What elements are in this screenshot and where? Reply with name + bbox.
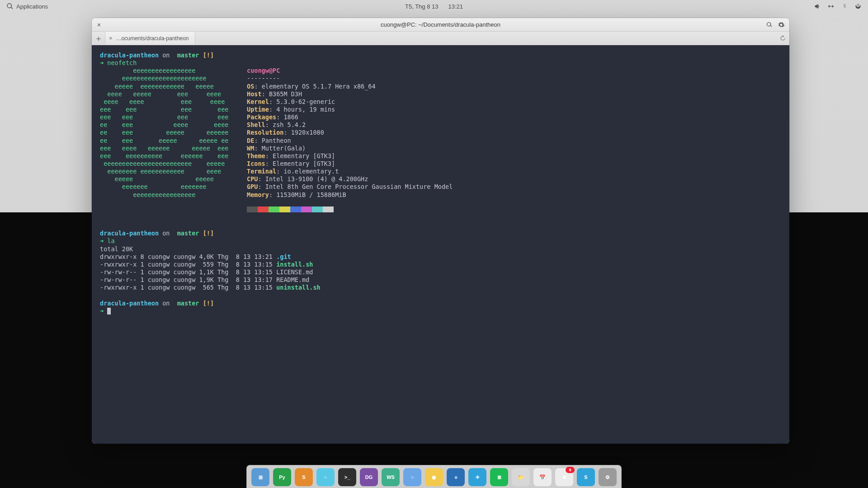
top-panel: Applications T5, Thg 8 13 13:21 [0,0,868,13]
dock-app-vscode[interactable]: ⟡ [447,468,465,486]
dock-app-pycharm[interactable]: Py [273,468,291,486]
tab-label: …ocuments/dracula-pantheon [116,35,189,42]
dock-app-spotify[interactable]: ≣ [490,468,508,486]
terminal-window: × cuongw@PC: ~/Documents/dracula-pantheo… [92,18,789,444]
window-close-button[interactable]: × [95,21,103,28]
dock-app-webstorm[interactable]: WS [382,468,400,486]
dock-app-epiphany[interactable]: ○ [403,468,421,486]
panel-time: 13:21 [448,3,463,10]
dock-app-datagrip[interactable]: DG [360,468,378,486]
tab-current[interactable]: × …ocuments/dracula-pantheon [105,32,195,45]
search-icon [6,3,14,10]
search-in-terminal-icon[interactable] [766,21,773,28]
dock-app-chrome[interactable]: ◉ [425,468,443,486]
tab-close-icon[interactable]: × [109,35,113,42]
network-icon[interactable] [827,3,835,10]
dock-app-web[interactable]: ○ [316,468,335,486]
tabbar: ＋ × …ocuments/dracula-pantheon [92,32,789,45]
dock-app-multitasking[interactable]: ⊞ [251,468,269,486]
dock-app-telegram[interactable]: ✈ [468,468,486,486]
terminal-output[interactable]: dracula-pantheon on master [!] ➜ neofetc… [92,45,789,444]
dock-app-sublime[interactable]: S [295,468,313,486]
panel-date: T5, Thg 8 13 [405,3,438,10]
new-tab-button[interactable]: ＋ [92,32,105,45]
applications-menu[interactable]: Applications [6,3,48,10]
sound-icon[interactable] [814,3,821,10]
window-title: cuongw@PC: ~/Documents/dracula-pantheon [92,21,789,28]
bluetooth-icon[interactable] [841,3,848,10]
applications-label: Applications [16,3,48,10]
tab-history-button[interactable] [776,32,789,45]
dock-app-slack[interactable]: ✱ [555,468,573,486]
dock-app-settings[interactable]: ⚙ [599,468,617,486]
dock-app-terminal[interactable]: >_ [338,468,356,486]
clock[interactable]: T5, Thg 8 13 13:21 [405,3,463,10]
dock: ⊞PyS○>_DGWS○◉⟡✈≣📁📅✱S⚙ [246,465,622,488]
settings-icon[interactable] [778,21,785,28]
dock-app-skype[interactable]: S [577,468,595,486]
dock-app-calendar[interactable]: 📅 [533,468,552,486]
dock-app-files[interactable]: 📁 [512,468,530,486]
titlebar[interactable]: × cuongw@PC: ~/Documents/dracula-pantheo… [92,18,789,32]
power-icon[interactable] [854,3,862,10]
history-icon [779,35,786,42]
